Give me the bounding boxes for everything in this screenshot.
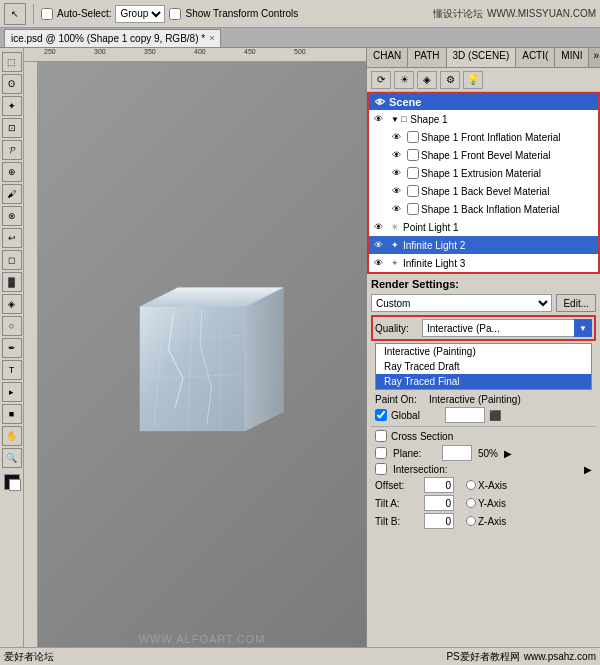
y-axis-radio[interactable]	[466, 498, 476, 508]
check-back-bevel[interactable]	[407, 185, 419, 197]
global-ambient-input[interactable]	[445, 407, 485, 423]
brush-tool[interactable]: 🖌	[2, 184, 22, 204]
scene-item-front-bevel[interactable]: 👁 Shape 1 Front Bevel Material	[369, 146, 598, 164]
quality-select-container: Interactive (Pa... ▼	[422, 319, 592, 337]
gradient-tool[interactable]: ▓	[2, 272, 22, 292]
dropdown-interactive-label: Interactive (Painting)	[384, 346, 476, 357]
icon-infinite-light2: ✦	[391, 240, 399, 250]
quality-select[interactable]: Interactive (Pa...	[422, 319, 592, 337]
eye-back-inflation[interactable]: 👁	[389, 202, 403, 216]
check-front-inflation[interactable]	[407, 131, 419, 143]
eye-infinite-light2[interactable]: 👁	[371, 238, 385, 252]
x-axis-radio[interactable]	[466, 480, 476, 490]
plane-value-label: 50%	[478, 448, 498, 459]
dropdown-item-ray-draft[interactable]: Ray Traced Draft	[376, 359, 591, 374]
panel-bulb-btn[interactable]: 💡	[463, 71, 483, 89]
scene-item-shape1[interactable]: 👁 ▼ □ Shape 1	[369, 110, 598, 128]
plane-check[interactable]	[375, 447, 387, 459]
blur-tool[interactable]: ◈	[2, 294, 22, 314]
tab-mini[interactable]: MINI	[555, 48, 589, 67]
ruler-num-300: 300	[94, 48, 106, 55]
scene-item-extrusion[interactable]: 👁 Shape 1 Extrusion Material	[369, 164, 598, 182]
edit-btn[interactable]: Edit...	[556, 294, 596, 312]
intersection-label: Intersection:	[393, 464, 438, 475]
panel-rotate-btn[interactable]: ⟳	[371, 71, 391, 89]
background-color[interactable]	[9, 479, 21, 491]
foreground-color[interactable]	[4, 474, 20, 490]
canvas-content[interactable]: WWW.ALFOART.COM	[38, 62, 366, 665]
label-back-bevel: Shape 1 Back Bevel Material	[421, 186, 596, 197]
dodge-tool[interactable]: ○	[2, 316, 22, 336]
eye-infinite-light3[interactable]: 👁	[371, 256, 385, 270]
shape-tool[interactable]: ■	[2, 404, 22, 424]
plane-value-input[interactable]	[442, 445, 472, 461]
quality-dropdown-btn[interactable]: ▼	[574, 319, 592, 337]
label-front-bevel: Shape 1 Front Bevel Material	[421, 150, 596, 161]
eye-back-bevel[interactable]: 👁	[389, 184, 403, 198]
dropdown-item-interactive[interactable]: Interactive (Painting)	[376, 344, 591, 359]
check-front-bevel[interactable]	[407, 149, 419, 161]
tab-close-btn[interactable]: ×	[209, 33, 214, 43]
cross-section-row: Cross Section	[371, 430, 596, 444]
eye-extrusion[interactable]: 👁	[389, 166, 403, 180]
path-selection[interactable]: ▸	[2, 382, 22, 402]
eye-front-bevel[interactable]: 👁	[389, 148, 403, 162]
hand-tool[interactable]: ✋	[2, 426, 22, 446]
tilt-b-input[interactable]	[424, 513, 454, 529]
tab-chan[interactable]: CHAN	[367, 48, 408, 67]
panel-settings-btn[interactable]: ⚙	[440, 71, 460, 89]
marquee-tool[interactable]: ⬚	[2, 52, 22, 72]
tab-path[interactable]: PATH	[408, 48, 446, 67]
panel-light-btn[interactable]: ☀	[394, 71, 414, 89]
show-transform-checkbox[interactable]	[169, 8, 181, 20]
eye-front-inflation[interactable]: 👁	[389, 130, 403, 144]
move-tool-btn[interactable]: ↖	[4, 3, 26, 25]
lasso-tool[interactable]: ʘ	[2, 74, 22, 94]
history-brush[interactable]: ↩	[2, 228, 22, 248]
panel-material-btn[interactable]: ◈	[417, 71, 437, 89]
scene-item-infinite-light3[interactable]: 👁 ✦ Infinite Light 3	[369, 254, 598, 272]
offset-row: Offset: X-Axis	[371, 476, 596, 494]
auto-select-checkbox[interactable]	[41, 8, 53, 20]
tab-more[interactable]: »	[589, 48, 600, 67]
tab-3d-scene[interactable]: 3D (SCENE)	[447, 48, 517, 67]
label-back-inflation: Shape 1 Back Inflation Material	[421, 204, 596, 215]
ruler-num-450: 450	[244, 48, 256, 55]
cross-section-check[interactable]	[375, 430, 387, 442]
zoom-tool[interactable]: 🔍	[2, 448, 22, 468]
global-row: Global ⬛	[371, 407, 596, 423]
z-axis-label: Z-Axis	[478, 516, 506, 527]
eraser-tool[interactable]: ◻	[2, 250, 22, 270]
check-extrusion[interactable]	[407, 167, 419, 179]
main-layout: ⬚ ʘ ✦ ⊡ 𝓟 ⊕ 🖌 ⊗ ↩ ◻ ▓ ◈ ○ ✒ T ▸ ■ ✋ 🔍 25…	[0, 48, 600, 665]
file-tab[interactable]: ice.psd @ 100% (Shape 1 copy 9, RGB/8) *…	[4, 29, 221, 47]
top-toolbar: ↖ Auto-Select: Group Show Transform Cont…	[0, 0, 600, 28]
global-ambient-check[interactable]	[375, 409, 387, 421]
scene-item-back-bevel[interactable]: 👁 Shape 1 Back Bevel Material	[369, 182, 598, 200]
healing-tool[interactable]: ⊕	[2, 162, 22, 182]
watermark: WWW.ALFOART.COM	[139, 633, 266, 645]
quick-select-tool[interactable]: ✦	[2, 96, 22, 116]
check-back-inflation[interactable]	[407, 203, 419, 215]
z-axis-radio[interactable]	[466, 516, 476, 526]
scene-item-infinite-light2[interactable]: 👁 ✦ Infinite Light 2	[369, 236, 598, 254]
crop-tool[interactable]: ⊡	[2, 118, 22, 138]
offset-input[interactable]	[424, 477, 454, 493]
eyedropper-tool[interactable]: 𝓟	[2, 140, 22, 160]
eye-shape1[interactable]: 👁	[371, 112, 385, 126]
eye-point-light1[interactable]: 👁	[371, 220, 385, 234]
text-tool[interactable]: T	[2, 360, 22, 380]
tab-filename: ice.psd @ 100% (Shape 1 copy 9, RGB/8) *	[11, 33, 205, 44]
intersection-check[interactable]	[375, 463, 387, 475]
pen-tool[interactable]: ✒	[2, 338, 22, 358]
arrow-shape1[interactable]: ▼	[391, 115, 399, 124]
group-select[interactable]: Group	[115, 5, 165, 23]
preset-select[interactable]: Custom	[371, 294, 552, 312]
scene-item-point-light1[interactable]: 👁 ✳ Point Light 1	[369, 218, 598, 236]
dropdown-item-ray-final[interactable]: Ray Traced Final	[376, 374, 591, 389]
scene-item-back-inflation[interactable]: 👁 Shape 1 Back Inflation Material	[369, 200, 598, 218]
tab-actions[interactable]: ACTI(	[516, 48, 555, 67]
scene-item-front-inflation[interactable]: 👁 Shape 1 Front Inflation Material	[369, 128, 598, 146]
clone-tool[interactable]: ⊗	[2, 206, 22, 226]
tilt-a-input[interactable]	[424, 495, 454, 511]
